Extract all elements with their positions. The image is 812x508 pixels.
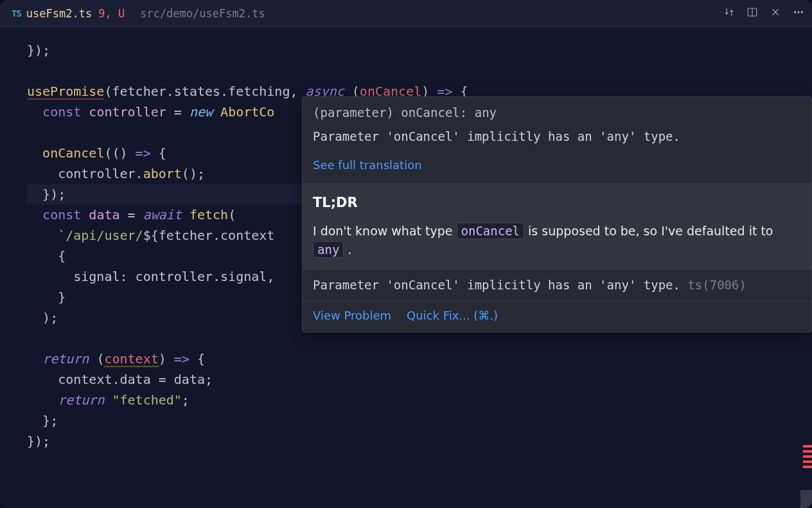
t: await: [143, 207, 182, 222]
t: });: [27, 433, 50, 449]
t: const: [42, 104, 81, 120]
view-problem-link[interactable]: View Problem: [313, 307, 391, 324]
t: fetching: [228, 84, 290, 99]
hover-signature: (parameter) onCancel: any: [303, 97, 811, 125]
t: usePromise: [27, 84, 104, 100]
t: return: [42, 351, 89, 367]
hover-actions: View Problem Quick Fix... (⌘.): [303, 301, 811, 332]
t: signal: [220, 269, 267, 284]
error-code: ts(7006): [687, 278, 746, 292]
t: abort: [143, 166, 182, 181]
split-editor-icon[interactable]: [746, 6, 758, 21]
code-line: };: [27, 410, 812, 431]
t: const: [42, 207, 81, 222]
t: fetch: [190, 207, 228, 222]
t: onCancel: [42, 145, 104, 161]
t: fetcher: [159, 228, 213, 243]
t: };: [42, 413, 58, 428]
code-line: [27, 60, 812, 81]
code-line: context.data = data;: [27, 369, 812, 390]
tab-filename: useFsm2.ts: [26, 7, 92, 20]
hover-message: Parameter 'onCancel' implicitly has an '…: [303, 125, 811, 152]
code-editor[interactable]: }); usePromise(fetcher.states.fetching, …: [0, 27, 812, 508]
t: signal: [73, 269, 119, 284]
breadcrumb[interactable]: src/demo/useFsm2.ts: [140, 7, 265, 20]
tab-dirty-badge: 9, U: [98, 7, 125, 20]
code-line: });: [27, 431, 812, 451]
t: data: [120, 372, 151, 387]
minimap-scrollbar[interactable]: [800, 490, 812, 508]
svg-point-4: [795, 11, 796, 12]
t: context: [58, 372, 112, 387]
typescript-icon: TS: [12, 8, 21, 19]
t: });: [27, 42, 50, 58]
code-line: });: [27, 40, 812, 60]
t: return: [58, 392, 104, 408]
t: fetcher: [112, 84, 166, 99]
titlebar: TS useFsm2.ts 9, U src/demo/useFsm2.ts: [0, 0, 812, 27]
code-line: return "fetched";: [27, 390, 812, 410]
t: controller: [136, 269, 213, 284]
quick-fix-link[interactable]: Quick Fix... (⌘.): [407, 307, 498, 324]
hover-diagnostic: Parameter 'onCancel' implicitly has an '…: [303, 269, 811, 301]
t: context: [220, 228, 274, 243]
t: onCancel: [401, 105, 460, 120]
code-line: return (context) => {: [27, 349, 812, 369]
t: data: [174, 372, 205, 387]
t: controller: [89, 104, 166, 120]
t: states: [174, 84, 220, 99]
t: data: [89, 207, 119, 222]
t: AbortCo: [220, 104, 274, 120]
close-icon[interactable]: [770, 6, 781, 21]
t: I don't know what type: [313, 224, 457, 238]
hover-explanation: I don't know what type onCancel is suppo…: [303, 217, 811, 269]
hover-tooltip: (parameter) onCancel: any Parameter 'onC…: [302, 96, 812, 332]
t: .: [344, 242, 351, 257]
t: context: [104, 351, 158, 367]
editor-tab[interactable]: TS useFsm2.ts 9, U: [8, 0, 128, 26]
code-pill: onCancel: [457, 222, 525, 239]
svg-point-6: [801, 11, 802, 12]
compare-changes-icon[interactable]: [723, 6, 735, 21]
t: is supposed to be, so I've defaulted it …: [524, 224, 773, 238]
t: any: [475, 105, 497, 120]
t: });: [42, 186, 66, 202]
t: "fetched": [112, 392, 181, 408]
see-translation-link[interactable]: See full translation: [313, 158, 422, 172]
t: Parameter 'onCancel' implicitly has an '…: [313, 278, 680, 292]
hover-tldr-heading: TL;DR: [303, 183, 811, 217]
more-actions-icon[interactable]: [793, 6, 804, 21]
t: `/api/user/: [58, 228, 143, 243]
t: controller: [58, 166, 135, 181]
svg-point-5: [798, 11, 799, 12]
t: (parameter): [313, 105, 401, 120]
minimap-error-markers[interactable]: [803, 445, 812, 468]
hover-translation-link[interactable]: See full translation: [303, 152, 811, 183]
t: new: [190, 104, 213, 120]
code-pill: any: [313, 241, 344, 258]
